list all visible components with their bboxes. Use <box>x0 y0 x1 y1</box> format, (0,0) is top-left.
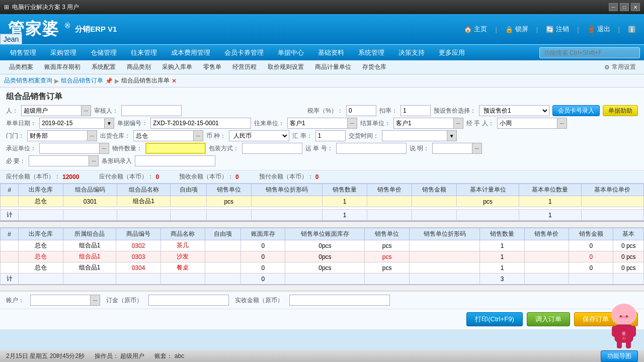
account-label-status: 账套： <box>154 352 173 359</box>
nav-costs[interactable]: 成本费用管理 <box>165 46 216 59</box>
lock-icon[interactable]: 🔒 锁屏 <box>505 25 528 34</box>
handler-input[interactable] <box>497 118 557 129</box>
breadcrumb-close-icon[interactable]: ✕ <box>172 77 177 84</box>
handler-dots-button[interactable]: ··· <box>557 118 567 129</box>
breadcrumb-item-2[interactable]: 组合品销售订单 <box>61 76 103 85</box>
logout-icon[interactable]: 🔄 注销 <box>546 25 569 34</box>
warehouse-dots-button[interactable]: ··· <box>193 130 203 141</box>
account-input[interactable] <box>30 295 91 306</box>
breadcrumb-item-1[interactable]: 品类销售档案查询 <box>4 76 52 85</box>
nav-purchase[interactable]: 采购管理 <box>44 46 83 59</box>
person-dots-button[interactable]: ··· <box>81 105 91 116</box>
subnav-category[interactable]: 商品类别 <box>122 62 156 72</box>
person-input[interactable] <box>21 105 82 116</box>
preset-select[interactable]: 预设售价1 <box>479 105 549 116</box>
dest-input[interactable] <box>287 118 348 129</box>
lcol-free: 自由项 <box>205 228 241 240</box>
nav-decision[interactable]: 决策支持 <box>392 46 431 59</box>
bottom-form: 账户： ··· 订金（原币） 实收金额（原币） <box>0 291 644 309</box>
card-input-button[interactable]: 会员卡号录入 <box>552 105 600 116</box>
statusbar-right[interactable]: 功能导图 <box>601 350 638 362</box>
subnav-units[interactable]: 商品计量单位 <box>310 62 356 72</box>
subnav-history[interactable]: 经营历程 <box>227 62 262 72</box>
shipping-input[interactable] <box>39 143 100 154</box>
cell-free <box>171 196 206 207</box>
subnav-purchase-receipt[interactable]: 采购入库单 <box>157 62 197 72</box>
required-input[interactable] <box>29 155 89 166</box>
delivery-input[interactable] <box>382 130 447 141</box>
table-row[interactable]: 总仓 组合品1 0303 沙发 0 0pcs pcs 1 0 0 pcs <box>1 251 644 262</box>
nav-relations[interactable]: 往来管理 <box>125 46 163 59</box>
note-dots-button[interactable]: ··· <box>472 143 482 154</box>
svg-text:签: 签 <box>622 331 626 336</box>
table-row[interactable]: 总仓 0301 组合品1 pcs 1 pcs 1 <box>1 196 644 207</box>
nav-members[interactable]: 会员卡券管理 <box>218 46 270 59</box>
settle-input[interactable] <box>393 118 454 129</box>
dept-input[interactable] <box>27 130 88 141</box>
function-search-input[interactable] <box>539 47 640 58</box>
info-icon[interactable]: ℹ️ <box>628 26 636 33</box>
exit-icon[interactable]: 🚪 退出 <box>587 25 610 34</box>
dest-label: 往来单位： <box>254 119 284 128</box>
lower-scrollbar[interactable] <box>0 285 644 291</box>
nav-resources[interactable]: 基础资料 <box>312 46 350 59</box>
nav-warehouse[interactable]: 仓储管理 <box>85 46 123 59</box>
settle-label: 结算单位： <box>360 119 390 128</box>
shipping-dots-button[interactable]: ··· <box>99 143 109 154</box>
person-label: 人： <box>6 107 18 115</box>
received-input[interactable] <box>289 295 390 306</box>
function-map-button[interactable]: 功能导图 <box>601 350 638 362</box>
exchange-input[interactable] <box>315 130 346 141</box>
warehouse-input[interactable] <box>133 130 194 141</box>
subnav-pricing[interactable]: 取价规则设置 <box>263 62 309 72</box>
close-button[interactable]: ✕ <box>631 3 640 11</box>
subnav-category-archive[interactable]: 品类档案 <box>4 62 38 72</box>
nav-documents[interactable]: 单据中心 <box>272 46 310 59</box>
quantity-input[interactable] <box>145 143 206 154</box>
barcode-input[interactable] <box>135 155 215 166</box>
nav-sales[interactable]: 销售管理 <box>4 46 42 59</box>
required-dots-button[interactable]: ··· <box>89 155 99 166</box>
subnav-config[interactable]: 系统配置 <box>87 62 121 72</box>
discount-label: 扣率： <box>379 107 397 115</box>
date-input[interactable] <box>39 118 105 129</box>
settle-dots-button[interactable]: ··· <box>453 118 463 129</box>
maximize-button[interactable]: □ <box>620 3 629 11</box>
order-input[interactable] <box>148 295 229 306</box>
gear-icon: ⚙ <box>604 64 610 71</box>
table-row[interactable]: 总仓 组合品1 0302 茶几 0 0pcs pcs 1 0 0 pcs <box>1 240 644 251</box>
breadcrumb-pin-icon[interactable]: 📌 <box>105 77 113 84</box>
upper-scrollbar[interactable] <box>0 222 644 228</box>
tax-input[interactable] <box>346 105 376 116</box>
nav-more[interactable]: 更多应用 <box>433 46 471 59</box>
required-label: 必 要： <box>6 157 26 165</box>
settings-button[interactable]: ⚙ 常用设置 <box>600 62 640 72</box>
nav-system[interactable]: 系统管理 <box>352 46 390 59</box>
dest-dots-button[interactable]: ··· <box>347 118 357 129</box>
reviewer-input[interactable] <box>121 105 182 116</box>
subnav-balance-init[interactable]: 账面库存期初 <box>39 62 86 72</box>
note-label: 说 明： <box>410 144 429 153</box>
date-picker-button[interactable]: ▼ <box>104 118 114 129</box>
note-input[interactable] <box>432 143 472 154</box>
help-button[interactable]: 单据助助 <box>603 105 638 116</box>
home-icon[interactable]: 🏠 主页 <box>464 25 487 34</box>
print-button[interactable]: 打印(Ctrl+F9) <box>466 312 523 326</box>
subnav-inventory[interactable]: 存货仓库 <box>357 62 391 72</box>
delivery-picker-button[interactable]: ▼ <box>447 130 457 141</box>
titlebar-controls[interactable]: ─ □ ✕ <box>609 3 640 11</box>
table-row[interactable]: 总仓 组合品1 0304 餐桌 0 0pcs pcs 1 0 0 pcs <box>1 262 644 274</box>
tracking-input[interactable] <box>336 143 407 154</box>
account-dots-button[interactable]: ··· <box>90 295 100 306</box>
discount-input[interactable] <box>400 105 431 116</box>
cell-combo-name: 组合品1 <box>117 196 170 207</box>
account-label: 账户： <box>6 296 24 305</box>
packaging-input[interactable] <box>242 143 302 154</box>
currency-select[interactable]: 人民币 <box>229 130 289 141</box>
import-button[interactable]: 调入订单 <box>527 312 570 326</box>
status-date: 2月15日 星期五 20时45分2秒 <box>6 352 85 360</box>
minimize-button[interactable]: ─ <box>609 3 618 11</box>
subnav-retail[interactable]: 零售单 <box>198 62 226 72</box>
docnum-input[interactable] <box>150 118 251 129</box>
dept-dots-button[interactable]: ··· <box>87 130 97 141</box>
